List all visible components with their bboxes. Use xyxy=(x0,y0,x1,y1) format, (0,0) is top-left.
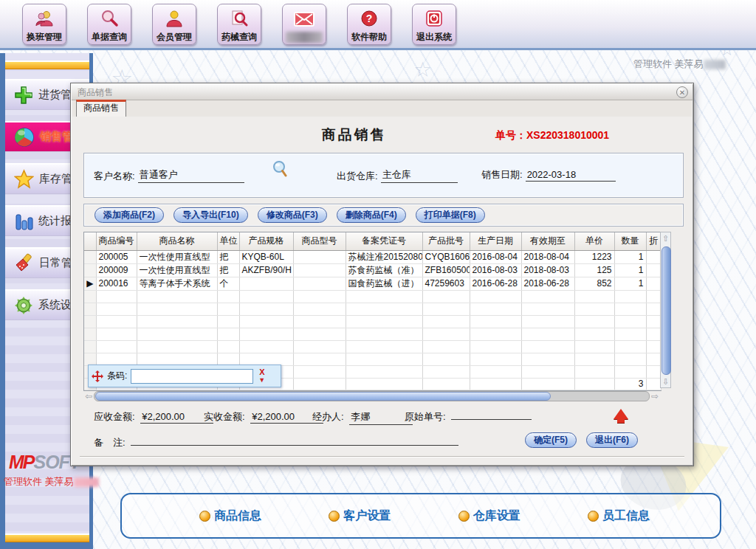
dialog-tabstrip: 商品销售 xyxy=(72,100,692,117)
envelope-icon xyxy=(293,4,315,32)
scroll-left-icon[interactable]: ⇦ xyxy=(83,391,94,401)
censored-text xyxy=(74,477,99,487)
bullet-icon xyxy=(458,511,470,522)
toolbar-button-label: 换班管理 xyxy=(27,31,62,44)
help-icon: ? xyxy=(360,4,378,31)
collapse-up-icon[interactable] xyxy=(614,409,628,419)
dropdown-caret-icon[interactable]: ▼ xyxy=(258,376,265,384)
exit-button[interactable]: 退出(F6) xyxy=(586,432,638,448)
link-warehouse-settings[interactable]: 仓库设置 xyxy=(458,508,520,524)
barcode-label: 条码: xyxy=(107,370,127,382)
table-row-empty xyxy=(84,315,661,328)
search-icon[interactable] xyxy=(270,159,289,179)
barcode-panel: 条码: X ▼ xyxy=(88,365,281,387)
header-fields-panel: 客户名称: 普通客户 出货仓库: 主仓库 销售日期: 2022-03-18 xyxy=(83,153,684,198)
horizontal-scrollbar[interactable]: ⇦ ⇨ xyxy=(83,390,660,402)
scroll-up-icon[interactable]: ⇧ xyxy=(661,233,670,244)
vertical-scrollbar[interactable]: ⇧ ⇩ xyxy=(660,232,671,388)
table-row[interactable]: 200009一次性使用直线型 把AKZFB/90/H 苏食药监械（准） ZFB1… xyxy=(84,263,661,277)
toolbar-button-censored[interactable] xyxy=(282,4,326,45)
brush-icon xyxy=(14,253,34,273)
scrollbar-thumb[interactable] xyxy=(662,246,671,375)
move-handle-icon[interactable] xyxy=(92,370,103,382)
toolbar-button-member[interactable]: 会员管理 xyxy=(152,4,196,45)
original-order-field: 原始单号: xyxy=(405,410,532,424)
warehouse-field: 出货仓库: 主仓库 xyxy=(337,168,458,183)
original-order-value[interactable] xyxy=(451,418,532,420)
brand-text-bottom: 管理软件 美萍易 xyxy=(4,475,99,488)
table-row-empty xyxy=(84,353,661,365)
gear-icon xyxy=(14,296,33,315)
customer-input[interactable]: 普通客户 xyxy=(138,168,244,183)
add-product-button[interactable]: 添加商品(F2) xyxy=(94,207,164,223)
table-row-selected[interactable]: ▶ 200016等离子体手术系统 个 国食药监械（进） 472596032016… xyxy=(84,277,661,290)
top-toolbar: 换班管理 单据查询 会员管理 药械查询 xyxy=(0,0,756,50)
customer-field: 客户名称: 普通客户 xyxy=(94,168,244,183)
scrollbar-track[interactable] xyxy=(94,391,650,401)
print-receipt-button[interactable]: 打印单据(F8) xyxy=(416,207,485,223)
censored-text xyxy=(704,60,726,69)
date-input[interactable]: 2022-03-18 xyxy=(526,169,616,182)
app-window: ☆ ☆ ☆ ☆ 换班管理 单据查询 会员管理 药械查 xyxy=(0,0,756,549)
table-header-row: 商品编号 商品名称单位 产品规格商品型号 备案凭证号产品批号 生产日期有效期至 … xyxy=(84,232,661,250)
link-customer-settings[interactable]: 客户设置 xyxy=(329,508,391,524)
toolbar-button-receipt-search[interactable]: 单据查询 xyxy=(87,4,131,45)
receivable-amount: 应收金额: ¥2,200.00 xyxy=(94,410,213,424)
toolbar-button-shift[interactable]: 换班管理 xyxy=(22,4,66,45)
clear-icon[interactable]: X xyxy=(259,368,264,376)
close-icon[interactable]: ✕ xyxy=(676,86,688,98)
received-amount: 实收金额: ¥2,200.00 xyxy=(204,410,323,424)
table-row[interactable]: 200005一次性使用直线型 把KYQB-60L 苏械注准20152080 CY… xyxy=(84,250,661,263)
delete-product-button[interactable]: 删除商品(F4) xyxy=(337,207,406,223)
member-icon xyxy=(165,4,184,31)
sidebar-accent-bar xyxy=(5,61,89,69)
warehouse-input[interactable]: 主仓库 xyxy=(381,168,458,183)
row-count: 3 xyxy=(614,378,646,390)
star-icon xyxy=(14,169,34,189)
table-row-empty xyxy=(84,340,661,353)
toolbar-button-label: 会员管理 xyxy=(157,31,192,44)
operator-value[interactable]: 李娜 xyxy=(349,410,413,425)
toolbar-button-label: 药械查询 xyxy=(221,31,257,44)
memo-value[interactable] xyxy=(131,444,458,446)
toolbar-button-label: 退出系统 xyxy=(416,31,452,44)
dialog-title: 商品销售 xyxy=(78,87,113,97)
toolbar-button-help[interactable]: ? 软件帮助 xyxy=(347,4,391,45)
censored-label xyxy=(286,32,323,43)
dialog-titlebar[interactable]: 商品销售 ✕ xyxy=(72,84,693,100)
toolbar-button-label: 单据查询 xyxy=(92,31,127,44)
confirm-button[interactable]: 确定(F5) xyxy=(525,432,577,448)
dialog-body: 商品销售 单号：XS220318010001 客户名称: 普通客户 出货仓库: … xyxy=(72,117,692,464)
sidebar-accent-bar xyxy=(5,534,89,542)
edit-product-button[interactable]: 修改商品(F3) xyxy=(258,207,327,223)
operator-field: 经办人: 李娜 xyxy=(312,410,413,425)
sales-dialog: 商品销售 ✕ 商品销售 商品销售 单号：XS220318010001 客户名称:… xyxy=(70,83,694,466)
mpsoft-logo: MPSOFT xyxy=(9,452,80,473)
toolbar-button-exit[interactable]: 退出系统 xyxy=(412,4,456,45)
star-decoration: ☆ xyxy=(413,58,432,82)
bullet-icon xyxy=(588,511,599,522)
bar-chart-icon xyxy=(14,212,33,231)
scroll-right-icon[interactable]: ⇨ xyxy=(650,391,660,401)
memo-field: 备 注: xyxy=(94,436,458,449)
plus-icon xyxy=(14,86,33,105)
bullet-icon xyxy=(329,511,340,522)
table-row-empty xyxy=(84,290,661,303)
import-export-button[interactable]: 导入导出(F10) xyxy=(173,207,248,223)
power-icon xyxy=(425,4,443,31)
pie-chart-icon xyxy=(14,127,35,148)
svg-text:?: ? xyxy=(366,13,373,24)
link-employee-info[interactable]: 员工信息 xyxy=(588,508,650,524)
scroll-down-icon[interactable]: ⇩ xyxy=(661,376,670,387)
toolbar-button-drug-search[interactable]: 药械查询 xyxy=(217,4,261,45)
scrollbar-thumb[interactable] xyxy=(95,392,551,401)
tab-sales[interactable]: 商品销售 xyxy=(76,100,126,117)
brand-text-top: 管理软件 美萍易 xyxy=(633,58,726,71)
toolbar-button-label: 软件帮助 xyxy=(351,31,387,44)
receivable-value: ¥2,200.00 xyxy=(140,411,213,424)
barcode-input[interactable] xyxy=(131,369,253,384)
quick-links-bar: 商品信息 客户设置 仓库设置 员工信息 xyxy=(120,493,721,539)
link-product-info[interactable]: 商品信息 xyxy=(199,508,261,524)
table-row-empty xyxy=(84,303,661,315)
table-row-empty xyxy=(84,328,661,340)
